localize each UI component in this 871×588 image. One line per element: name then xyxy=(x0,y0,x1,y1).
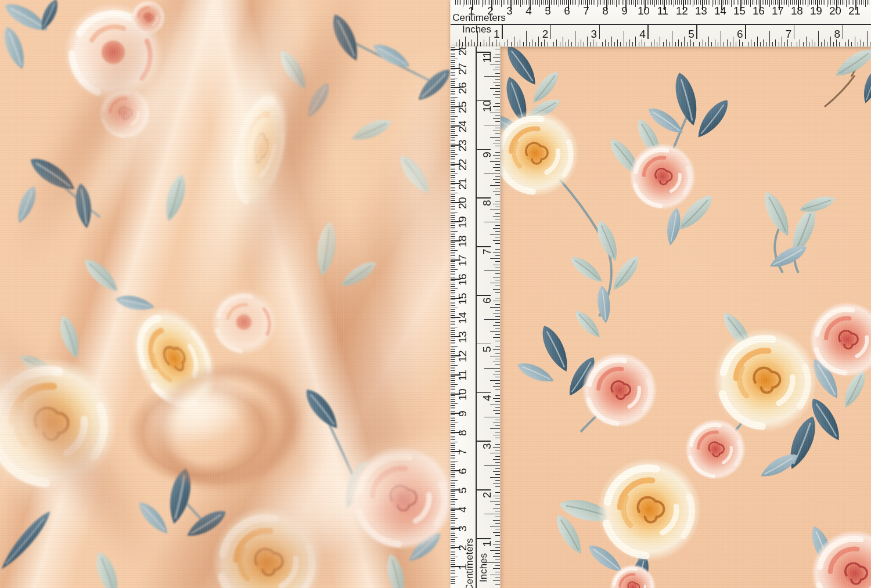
cm-tick xyxy=(535,0,536,5)
cm-tick xyxy=(865,0,866,7)
cm-tick xyxy=(553,0,553,5)
inch-tick xyxy=(495,170,500,171)
inch-tick xyxy=(493,410,500,411)
inch-tick xyxy=(495,383,500,384)
inch-tick xyxy=(495,432,500,432)
cm-tick xyxy=(451,482,455,482)
inch-tick xyxy=(812,39,812,46)
cm-tick xyxy=(668,0,668,5)
cm-number: 6 xyxy=(564,5,570,17)
cm-tick xyxy=(639,0,639,5)
cm-number: 22 xyxy=(456,159,469,171)
inch-tick xyxy=(495,541,500,542)
cm-tick xyxy=(620,0,620,5)
cm-tick xyxy=(752,0,753,5)
cm-tick xyxy=(451,583,455,584)
inch-tick xyxy=(553,42,554,46)
cm-tick xyxy=(451,118,455,118)
inch-tick xyxy=(490,356,500,356)
cm-tick xyxy=(451,457,455,457)
inch-tick xyxy=(495,329,500,329)
inch-tick xyxy=(495,158,500,158)
inch-tick xyxy=(495,140,500,140)
cm-tick xyxy=(451,392,455,392)
cm-number: 12 xyxy=(676,5,688,17)
inch-tick xyxy=(495,492,500,493)
inch-tick xyxy=(495,468,500,469)
cm-tick xyxy=(451,581,455,582)
cm-number: 26 xyxy=(456,82,469,94)
inch-tick xyxy=(468,42,469,46)
inch-number: 3 xyxy=(591,28,597,41)
cm-tick xyxy=(451,62,455,63)
inch-tick xyxy=(495,207,500,207)
cm-tick xyxy=(451,158,455,158)
inch-tick xyxy=(495,268,500,268)
inch-tick xyxy=(476,246,491,247)
cm-tick xyxy=(451,455,455,456)
cm-tick xyxy=(451,369,455,369)
cm-tick xyxy=(859,0,860,5)
inch-tick xyxy=(484,39,484,46)
inch-tick xyxy=(495,584,500,585)
cm-tick xyxy=(819,0,820,5)
cm-tick xyxy=(451,535,455,536)
cm-tick xyxy=(451,436,455,437)
inch-number: 4 xyxy=(481,395,494,401)
cm-tick xyxy=(451,507,455,507)
cm-tick xyxy=(451,127,455,128)
inch-tick xyxy=(495,292,500,293)
inch-tick xyxy=(495,480,500,481)
cm-tick xyxy=(451,304,455,304)
inch-tick xyxy=(754,42,755,46)
inch-number: 6 xyxy=(737,28,743,41)
cm-number: 2 xyxy=(487,5,493,17)
cm-tick xyxy=(451,434,455,434)
inch-tick xyxy=(666,39,667,46)
inch-tick xyxy=(809,42,809,46)
cm-tick xyxy=(451,227,455,228)
cm-tick xyxy=(647,0,647,5)
inch-tick xyxy=(493,252,500,253)
cm-tick xyxy=(451,133,455,134)
cm-number: 7 xyxy=(583,5,589,17)
cm-tick xyxy=(451,168,455,168)
cm-tick xyxy=(451,399,455,400)
cm-tick xyxy=(505,0,505,5)
inch-tick xyxy=(493,362,500,362)
cm-tick xyxy=(609,0,609,5)
inch-tick xyxy=(493,496,500,496)
cm-tick xyxy=(714,0,714,5)
cm-tick xyxy=(537,0,538,5)
cm-tick xyxy=(867,0,868,5)
cm-number: 2 xyxy=(456,545,469,551)
cm-tick xyxy=(520,0,521,7)
inch-tick xyxy=(493,106,500,107)
cm-tick xyxy=(624,0,624,5)
cm-tick xyxy=(451,474,455,475)
inch-tick xyxy=(493,265,500,265)
cm-tick xyxy=(451,269,458,270)
cm-tick xyxy=(451,376,455,377)
inch-tick xyxy=(495,371,500,371)
cm-tick xyxy=(451,231,458,232)
cm-tick xyxy=(451,175,455,176)
inch-tick xyxy=(495,377,500,377)
cm-number: 10 xyxy=(456,389,469,401)
inch-tick xyxy=(495,523,500,524)
cm-tick xyxy=(687,0,688,5)
cm-tick xyxy=(618,0,618,5)
inch-tick xyxy=(745,24,746,39)
cm-number: 19 xyxy=(810,5,822,17)
inch-tick xyxy=(484,562,500,563)
cm-tick xyxy=(451,210,455,210)
cm-tick xyxy=(451,72,455,73)
inch-tick xyxy=(824,39,825,46)
inch-tick xyxy=(495,578,500,578)
cm-number: 18 xyxy=(456,236,469,247)
inch-tick xyxy=(495,304,500,305)
cm-tick xyxy=(850,0,850,5)
cm-tick xyxy=(580,0,580,5)
cm-tick xyxy=(451,89,455,89)
inch-tick xyxy=(493,313,500,313)
